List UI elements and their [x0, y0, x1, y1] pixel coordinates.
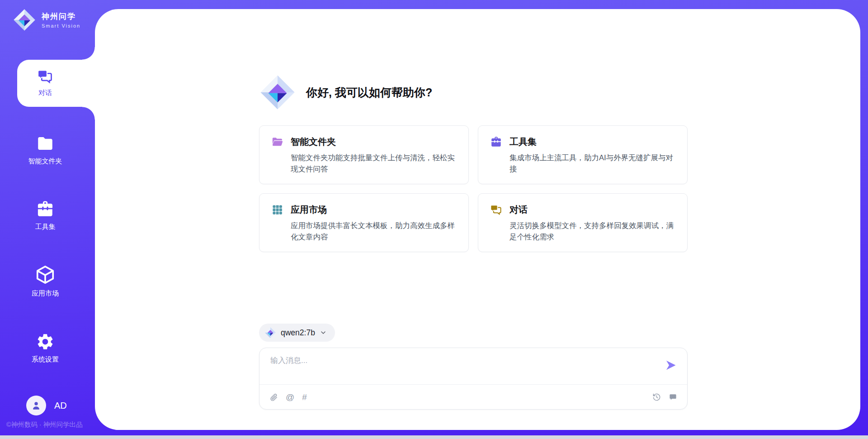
active-tab-fillet-bottom	[82, 107, 95, 119]
card-chat[interactable]: 对话 灵活切换多模型文件，支持多样回复效果调试，满足个性化需求	[478, 193, 688, 252]
card-title: 工具集	[509, 136, 537, 148]
comment-icon[interactable]	[669, 393, 677, 401]
sidebar-item-label: 智能文件夹	[28, 157, 62, 166]
card-header: 应用市场	[271, 204, 457, 216]
message-composer: @ #	[259, 348, 688, 410]
greeting: 你好, 我可以如何帮助你?	[259, 9, 688, 111]
model-name: qwen2:7b	[281, 328, 315, 338]
sidebar-item-chat[interactable]: 对话	[0, 68, 90, 97]
sidebar-item-label: 对话	[38, 89, 52, 97]
copyright-footer: ©神州数码 · 神州问学出品	[6, 420, 83, 429]
active-tab-fillet-top	[82, 47, 95, 60]
card-description: 灵活切换多模型文件，支持多样回复效果调试，满足个性化需求	[509, 220, 675, 243]
folder-icon	[36, 134, 55, 153]
card-title: 智能文件夹	[291, 136, 336, 148]
card-smart-folder[interactable]: 智能文件夹 智能文件夹功能支持批量文件上传与清洗，轻松实现文件问答	[259, 125, 469, 184]
sidebar-item-label: 应用市场	[32, 289, 59, 298]
paperclip-icon[interactable]	[269, 393, 278, 401]
diamond-logo-icon	[264, 327, 276, 339]
chevron-down-icon	[320, 329, 327, 336]
diamond-logo-icon	[259, 74, 296, 111]
card-description: 应用市场提供丰富长文本模板，助力高效生成多样化文章内容	[291, 220, 457, 243]
brand-subtitle: Smart Vision	[42, 23, 80, 29]
person-icon	[30, 400, 42, 411]
card-description: 智能文件夹功能支持批量文件上传与清洗，轻松实现文件问答	[291, 152, 457, 175]
brand-name: 神州问学	[42, 11, 80, 22]
briefcase-icon	[490, 136, 502, 148]
chat-icon	[37, 68, 53, 85]
sidebar-item-toolset[interactable]: 工具集	[0, 200, 90, 231]
sidebar-item-smart-folder[interactable]: 智能文件夹	[0, 134, 90, 166]
user-account[interactable]: AD	[26, 396, 67, 415]
sidebar-item-system-settings[interactable]: 系统设置	[0, 332, 90, 364]
sidebar-item-label: 工具集	[35, 223, 56, 231]
user-name: AD	[54, 401, 67, 411]
message-input[interactable]	[270, 355, 659, 382]
send-button[interactable]	[665, 359, 677, 372]
folder-open-icon	[271, 136, 283, 148]
feature-cards: 智能文件夹 智能文件夹功能支持批量文件上传与清洗，轻松实现文件问答 工具集 集成…	[259, 125, 688, 252]
card-title: 应用市场	[291, 204, 327, 216]
sidebar: 神州问学 Smart Vision 对话 智能文件夹 工具集 应用市场 系统设置	[0, 0, 95, 439]
sidebar-item-label: 系统设置	[32, 355, 59, 364]
avatar[interactable]	[26, 396, 46, 415]
hash-icon[interactable]: #	[302, 393, 307, 401]
at-icon[interactable]: @	[286, 393, 294, 401]
gear-icon	[36, 332, 55, 351]
greeting-title: 你好, 我可以如何帮助你?	[306, 85, 432, 100]
sidebar-item-app-market[interactable]: 应用市场	[0, 264, 90, 298]
bottom-edge-strip	[0, 435, 868, 439]
brand-text: 神州问学 Smart Vision	[42, 11, 80, 29]
brand: 神州问学 Smart Vision	[13, 8, 80, 32]
card-title: 对话	[509, 204, 528, 216]
card-toolset[interactable]: 工具集 集成市场上主流工具，助力AI与外界无缝扩展与对接	[478, 125, 688, 184]
app-window: 神州问学 Smart Vision 对话 智能文件夹 工具集 应用市场 系统设置	[0, 0, 868, 439]
history-icon[interactable]	[652, 393, 661, 401]
briefcase-icon	[36, 200, 55, 219]
card-header: 对话	[490, 204, 675, 216]
cube-icon	[35, 264, 56, 285]
composer-toolbar: @ #	[259, 384, 687, 409]
card-description: 集成市场上主流工具，助力AI与外界无缝扩展与对接	[509, 152, 675, 175]
grid-icon	[271, 204, 283, 216]
card-app-market[interactable]: 应用市场 应用市场提供丰富长文本模板，助力高效生成多样化文章内容	[259, 193, 469, 252]
card-header: 智能文件夹	[271, 136, 457, 148]
chat-icon	[490, 204, 502, 216]
model-selector[interactable]: qwen2:7b	[259, 324, 335, 342]
main-content: 你好, 我可以如何帮助你? 智能文件夹 智能文件夹功能支持批量文件上传与清洗，轻…	[95, 9, 860, 430]
send-icon	[665, 359, 677, 372]
diamond-logo-icon	[13, 8, 36, 32]
card-header: 工具集	[490, 136, 675, 148]
